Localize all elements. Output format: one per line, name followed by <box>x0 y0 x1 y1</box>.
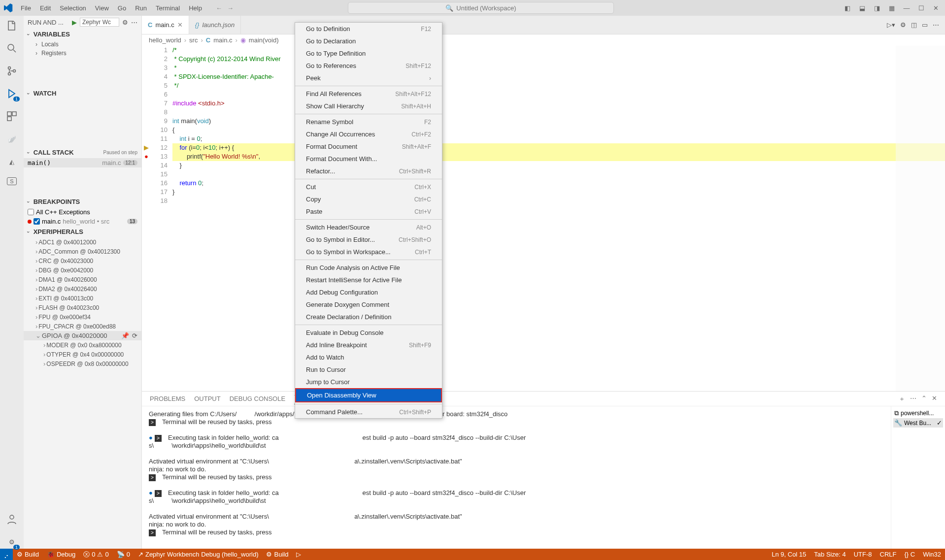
ctx-run-code-analysis-on-active-file[interactable]: Run Code Analysis on Active File <box>295 262 442 274</box>
tab-launch-json[interactable]: {} launch.json <box>189 16 241 34</box>
debug-config-dropdown[interactable]: Zephyr Wc <box>80 18 119 27</box>
account-icon[interactable] <box>5 512 19 526</box>
run-debug-icon[interactable]: 1 <box>5 87 19 100</box>
xperipherals-section[interactable]: XPERIPHERALS <box>24 226 141 237</box>
diff-icon[interactable]: ▭ <box>922 21 928 29</box>
periph-item[interactable]: ›DMA1 @ 0x40026000 <box>24 275 141 284</box>
panel-debug[interactable]: DEBUG CONSOLE <box>230 395 285 402</box>
ctx-peek[interactable]: Peek› <box>295 72 442 84</box>
tab-main-c[interactable]: C main.c ✕ <box>142 16 189 34</box>
source-control-icon[interactable] <box>5 64 19 78</box>
callstack-frame[interactable]: main() main.c 12:1 <box>24 158 141 167</box>
status-eol[interactable]: CRLF <box>876 551 901 558</box>
panel-output[interactable]: OUTPUT <box>194 395 220 402</box>
terminal-powershell[interactable]: ⧉powershell... <box>893 408 943 418</box>
refresh-icon[interactable]: ⟳ <box>132 332 137 339</box>
periph-item[interactable]: ›FLASH @ 0x40023c00 <box>24 303 141 312</box>
explorer-icon[interactable] <box>5 19 19 33</box>
menu-terminal[interactable]: Terminal <box>152 2 184 14</box>
variables-section[interactable]: VARIABLES <box>24 29 141 40</box>
ctx-add-inline-breakpoint[interactable]: Add Inline BreakpointShift+F9 <box>295 339 442 351</box>
menu-run[interactable]: Run <box>131 2 151 14</box>
status-run-triangle[interactable]: ▷ <box>292 549 305 560</box>
status-build2[interactable]: ⚙ Build <box>262 549 292 560</box>
editor-context-menu[interactable]: Go to DefinitionF12Go to DeclarationGo t… <box>295 22 442 419</box>
watch-section[interactable]: WATCH <box>24 88 141 99</box>
ctx-go-to-references[interactable]: Go to ReferencesShift+F12 <box>295 60 442 72</box>
status-platform[interactable]: Win32 <box>919 551 945 558</box>
extensions-icon[interactable] <box>5 109 19 123</box>
periph-item[interactable]: ›ADC1 @ 0x40012000 <box>24 237 141 247</box>
ctx-restart-intellisense-for-active-file[interactable]: Restart IntelliSense for Active File <box>295 274 442 286</box>
layout-custom-icon[interactable]: ▦ <box>887 4 897 12</box>
crumb-folder[interactable]: hello_world <box>149 36 181 44</box>
ctx-refactor-[interactable]: Refactor...Ctrl+Shift+R <box>295 165 442 177</box>
ctx-add-to-watch[interactable]: Add to Watch <box>295 351 442 363</box>
nav-back-icon[interactable]: ← <box>216 4 222 12</box>
triangle-a-icon[interactable]: ◭ <box>5 155 19 168</box>
ctx-jump-to-cursor[interactable]: Jump to Cursor <box>295 376 442 388</box>
callstack-section[interactable]: CALL STACKPaused on step <box>24 147 141 158</box>
ctx-command-palette-[interactable]: Command Palette...Ctrl+Shift+P <box>295 406 442 418</box>
breakpoint-all-cpp[interactable]: All C++ Exceptions <box>24 207 141 217</box>
menu-help[interactable]: Help <box>185 2 206 14</box>
menu-go[interactable]: Go <box>114 2 130 14</box>
periph-item[interactable]: ›CRC @ 0x40023000 <box>24 256 141 265</box>
layout-right-icon[interactable]: ◨ <box>872 4 882 12</box>
status-encoding[interactable]: UTF-8 <box>850 551 876 558</box>
nav-forward-icon[interactable]: → <box>227 4 234 12</box>
periph-gpioa[interactable]: ⌄GPIOA @ 0x40020000 📌 ⟳ <box>24 331 141 340</box>
ctx-generate-doxygen-comment[interactable]: Generate Doxygen Comment <box>295 298 442 311</box>
ctx-go-to-symbol-in-editor-[interactable]: Go to Symbol in Editor...Ctrl+Shift+O <box>295 233 442 246</box>
command-center[interactable]: 🔍 Untitled (Workspace) <box>348 2 614 14</box>
ctx-go-to-declaration[interactable]: Go to Declaration <box>295 35 442 47</box>
run-play-icon[interactable]: ▷▾ <box>887 21 895 29</box>
ctx-go-to-symbol-in-workspace-[interactable]: Go to Symbol in Workspace...Ctrl+T <box>295 246 442 258</box>
ctx-create-declaration-definition[interactable]: Create Declaration / Definition <box>295 311 442 323</box>
status-cursor[interactable]: Ln 9, Col 15 <box>768 551 810 558</box>
status-errors[interactable]: ⓧ 0 ⚠ 0 <box>79 549 112 560</box>
ctx-run-to-cursor[interactable]: Run to Cursor <box>295 363 442 376</box>
layout-bottom-icon[interactable]: ⬓ <box>857 4 867 12</box>
tab-close-icon[interactable]: ✕ <box>177 21 183 29</box>
ctx-cut[interactable]: CutCtrl+X <box>295 181 442 193</box>
breakpoints-section[interactable]: BREAKPOINTS <box>24 196 141 207</box>
gear-icon[interactable]: ⚙ <box>900 21 906 29</box>
panel-problems[interactable]: PROBLEMS <box>150 395 185 402</box>
crumb-src[interactable]: src <box>189 36 198 44</box>
status-lang[interactable]: {} C <box>900 551 919 558</box>
variables-registers[interactable]: Registers <box>24 49 141 58</box>
terminal-more-icon[interactable]: ⋯ <box>910 395 916 403</box>
ctx-rename-symbol[interactable]: Rename SymbolF2 <box>295 116 442 128</box>
ctx-go-to-type-definition[interactable]: Go to Type Definition <box>295 47 442 60</box>
ctx-show-call-hierarchy[interactable]: Show Call HierarchyShift+Alt+H <box>295 100 442 112</box>
layout-left-icon[interactable]: ◧ <box>843 4 852 12</box>
ctx-format-document[interactable]: Format DocumentShift+Alt+F <box>295 140 442 153</box>
ctx-switch-header-source[interactable]: Switch Header/SourceAlt+O <box>295 221 442 233</box>
ctx-add-debug-configuration[interactable]: Add Debug Configuration <box>295 286 442 298</box>
breadcrumb[interactable]: hello_world› src› C main.c› ◉ main(void) <box>142 34 945 46</box>
crumb-file[interactable]: main.c <box>213 36 232 44</box>
code-editor[interactable]: ▶● 123456789101112131415161718 /* * Copy… <box>142 46 945 391</box>
variables-locals[interactable]: Locals <box>24 40 141 49</box>
periph-reg[interactable]: ›MODER @ 0x0 0xa8000000 <box>24 340 141 350</box>
pin-icon[interactable]: 📌 <box>121 332 129 339</box>
status-zephyr-debug[interactable]: ↗ Zephyr Workbench Debug (hello_world) <box>134 549 263 560</box>
menu-edit[interactable]: Edit <box>36 2 55 14</box>
terminal-content[interactable]: Generating files from C:/Users/ /workdir… <box>142 406 891 549</box>
ctx-go-to-definition[interactable]: Go to DefinitionF12 <box>295 23 442 35</box>
ctx-open-disassembly-view[interactable]: Open Disassembly View <box>295 388 442 402</box>
maximize-panel-icon[interactable]: ⌃ <box>921 395 927 403</box>
s-box-icon[interactable]: S <box>7 177 17 185</box>
ctx-change-all-occurrences[interactable]: Change All OccurrencesCtrl+F2 <box>295 128 442 140</box>
status-build[interactable]: ⚙ Build <box>13 549 43 560</box>
debug-start-icon[interactable]: ▶ <box>72 19 77 26</box>
menu-view[interactable]: View <box>91 2 113 14</box>
periph-reg[interactable]: ›OTYPER @ 0x4 0x00000000 <box>24 350 141 359</box>
ctx-format-document-with-[interactable]: Format Document With... <box>295 153 442 165</box>
periph-item[interactable]: ›DBG @ 0xe0042000 <box>24 265 141 275</box>
ctx-copy[interactable]: CopyCtrl+C <box>295 193 442 205</box>
periph-item[interactable]: ›ADC_Common @ 0x40012300 <box>24 247 141 256</box>
terminal-west[interactable]: 🔧West Bu... ✓ <box>893 418 943 428</box>
periph-item[interactable]: ›EXTI @ 0x40013c00 <box>24 294 141 303</box>
